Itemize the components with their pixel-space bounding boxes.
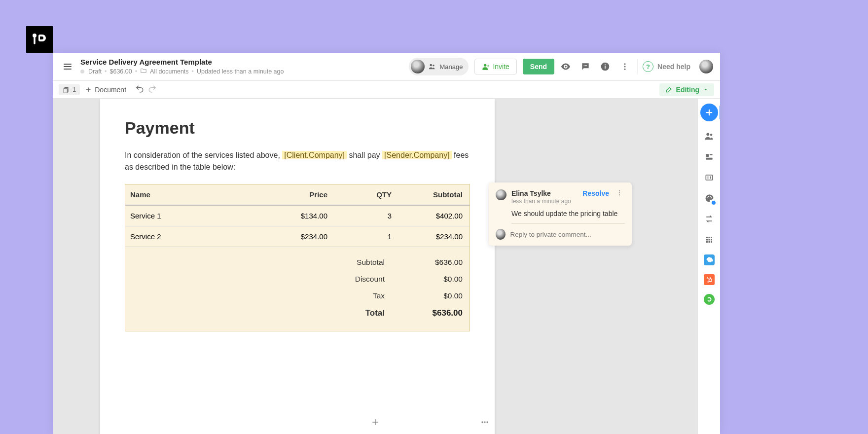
svg-rect-37 xyxy=(711,241,712,243)
summary-subtotal: $636.00 xyxy=(408,258,463,267)
mode-dropdown[interactable]: Editing xyxy=(659,83,714,96)
need-help-button[interactable]: ? Need help xyxy=(643,61,690,72)
page-more-button[interactable] xyxy=(478,415,492,429)
svg-point-13 xyxy=(624,69,626,70)
preview-icon[interactable] xyxy=(557,58,574,75)
comment-timestamp: less than a minute ago xyxy=(511,198,578,205)
comment-author-avatar xyxy=(496,189,506,200)
svg-point-44 xyxy=(486,421,488,423)
table-row[interactable]: Service 1 $134.00 3 $402.00 xyxy=(125,206,470,226)
svg-point-1 xyxy=(430,64,433,67)
client-company-token[interactable]: [Client.Company] xyxy=(282,151,347,159)
th-subtotal: Subtotal xyxy=(397,184,470,205)
apps-icon[interactable] xyxy=(703,234,715,246)
svg-point-12 xyxy=(624,66,626,68)
section-body[interactable]: In consideration of the services listed … xyxy=(125,149,470,173)
summary-tax: $0.00 xyxy=(408,291,463,300)
summary-discount: $0.00 xyxy=(408,275,463,284)
sender-company-token[interactable]: [Sender.Company] xyxy=(382,151,452,159)
svg-point-20 xyxy=(710,134,712,136)
document-amount: $636.00 xyxy=(109,68,132,75)
invite-button[interactable]: Invite xyxy=(474,59,516,74)
integration-green-icon[interactable] xyxy=(704,294,715,305)
table-header-row: Name Price QTY Subtotal xyxy=(125,184,470,206)
workflow-icon[interactable] xyxy=(703,213,715,225)
svg-point-28 xyxy=(711,197,712,198)
reply-avatar xyxy=(496,229,506,240)
svg-rect-9 xyxy=(605,66,606,69)
svg-point-6 xyxy=(585,65,586,66)
resolve-button[interactable]: Resolve xyxy=(582,189,609,197)
comment-body: We should update the pricing table xyxy=(511,210,625,217)
chevron-down-icon xyxy=(703,87,708,92)
document-toolbar: 1 Document Editing xyxy=(53,81,720,99)
manage-recipients-button[interactable]: Manage xyxy=(409,58,469,75)
svg-point-5 xyxy=(584,65,585,66)
design-icon[interactable] xyxy=(703,192,715,204)
hubspot-icon[interactable] xyxy=(704,274,715,285)
svg-point-11 xyxy=(624,63,626,65)
help-icon: ? xyxy=(643,61,653,72)
svg-point-26 xyxy=(708,196,709,197)
add-document-button[interactable]: Document xyxy=(85,86,126,94)
more-icon[interactable] xyxy=(616,58,633,75)
svg-rect-34 xyxy=(711,239,712,241)
svg-point-18 xyxy=(619,194,620,195)
status-dot-icon xyxy=(80,70,84,73)
comment-thread[interactable]: Elina Tsylke less than a minute ago Reso… xyxy=(489,182,632,246)
add-block-button[interactable] xyxy=(700,104,718,121)
table-row[interactable]: Service 2 $234.00 1 $234.00 xyxy=(125,226,470,247)
svg-point-43 xyxy=(484,421,485,423)
recipient-avatar xyxy=(411,60,425,73)
contacts-icon[interactable] xyxy=(703,130,715,142)
svg-point-2 xyxy=(433,65,435,67)
svg-rect-29 xyxy=(706,237,708,238)
pages-button[interactable]: 1 xyxy=(59,84,80,95)
svg-rect-35 xyxy=(706,241,708,243)
svg-point-25 xyxy=(706,197,707,198)
comment-author: Elina Tsylke xyxy=(511,189,578,197)
reply-input[interactable] xyxy=(510,231,625,238)
manage-label: Manage xyxy=(439,63,463,71)
add-page-button[interactable] xyxy=(368,415,382,429)
undo-button[interactable] xyxy=(135,84,144,95)
document-subline: Draft • $636.00 • All documents • Update… xyxy=(80,67,284,75)
svg-rect-31 xyxy=(711,237,712,238)
menu-button[interactable] xyxy=(61,60,74,73)
section-heading[interactable]: Payment xyxy=(125,118,470,138)
th-qty: QTY xyxy=(332,184,397,205)
th-price: Price xyxy=(268,184,332,205)
salesforce-icon[interactable] xyxy=(704,254,715,265)
svg-rect-36 xyxy=(708,241,710,243)
svg-point-4 xyxy=(565,66,567,68)
redo-button xyxy=(148,84,157,95)
svg-rect-32 xyxy=(706,239,708,241)
info-icon[interactable] xyxy=(597,58,614,75)
svg-rect-15 xyxy=(64,88,67,93)
svg-point-10 xyxy=(605,64,606,65)
svg-rect-30 xyxy=(708,237,710,238)
th-name: Name xyxy=(125,184,268,205)
app-window: Service Delivery Agreement Template Draf… xyxy=(53,53,720,434)
svg-rect-22 xyxy=(709,154,712,155)
svg-point-19 xyxy=(706,133,709,136)
svg-point-7 xyxy=(586,65,587,66)
chat-icon[interactable] xyxy=(577,58,594,75)
brand-logo: ® xyxy=(26,26,53,53)
table-summary: Subtotal $636.00 Discount $0.00 Tax $0.0… xyxy=(125,247,470,331)
svg-rect-23 xyxy=(706,158,712,160)
variables-icon[interactable] xyxy=(703,172,715,183)
send-button[interactable]: Send xyxy=(523,59,554,74)
summary-total: $636.00 xyxy=(408,308,463,318)
svg-point-27 xyxy=(710,196,711,197)
document-page[interactable]: Payment In consideration of the services… xyxy=(100,99,495,434)
comment-more-icon[interactable] xyxy=(616,189,625,198)
svg-point-17 xyxy=(619,192,620,193)
folder-label[interactable]: All documents xyxy=(150,68,189,75)
content-icon[interactable] xyxy=(703,151,715,163)
user-avatar[interactable] xyxy=(699,60,713,73)
editor-canvas: Payment In consideration of the services… xyxy=(53,99,720,434)
document-title[interactable]: Service Delivery Agreement Template xyxy=(80,58,284,66)
svg-rect-24 xyxy=(706,175,712,180)
pricing-table[interactable]: Name Price QTY Subtotal Service 1 $134.0… xyxy=(125,184,470,331)
